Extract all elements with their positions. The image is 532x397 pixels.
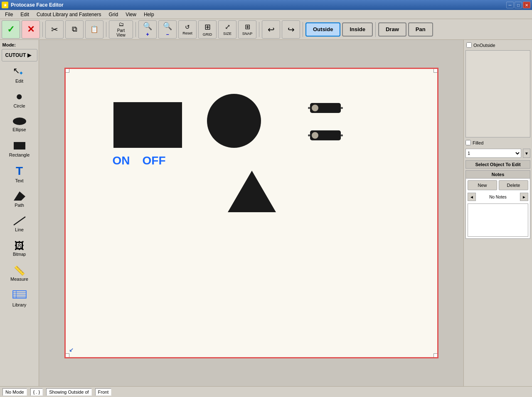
maximize-button[interactable]: □	[515, 2, 522, 8]
undo-icon: ↩	[268, 25, 275, 34]
shape-toggle-1[interactable]	[310, 103, 341, 113]
redo-icon: ↪	[288, 25, 295, 34]
drawing-canvas[interactable]: ON OFF ↙	[64, 68, 438, 358]
filled-checkbox[interactable]	[466, 140, 471, 145]
copy-button[interactable]: ⧉	[65, 20, 84, 39]
menu-file[interactable]: File	[2, 11, 16, 18]
filled-label: Filled	[473, 140, 483, 145]
shape-toggle-2[interactable]	[310, 130, 341, 140]
select-arrow[interactable]: ▼	[523, 149, 530, 158]
part-view-button[interactable]: 🗂 PartView	[109, 20, 133, 39]
tool-circle[interactable]: ● Circle	[2, 87, 37, 111]
shape-triangle[interactable]	[228, 171, 276, 212]
confirm-icon: ✓	[7, 24, 15, 35]
tool-ellipse[interactable]: Ellipse	[2, 112, 37, 136]
menu-edit[interactable]: Edit	[17, 11, 32, 18]
cancel-button[interactable]: ✕	[22, 20, 40, 39]
tool-bitmap[interactable]: 🖼 Bitmap	[2, 237, 37, 261]
tool-path[interactable]: Path	[2, 187, 37, 211]
panel-preview	[466, 50, 530, 137]
select-object-label: Select Object To Edit	[466, 160, 530, 169]
pan-button[interactable]: Pan	[408, 22, 433, 37]
tool-rectangle[interactable]: Rectangle	[2, 137, 37, 161]
right-panel: OnOutside Filled 1 ▼ Select Object To Ed…	[463, 40, 532, 386]
zoom-in-button[interactable]: 🔍 +	[138, 20, 157, 39]
notes-new-button[interactable]: New	[468, 180, 497, 190]
tool-edit[interactable]: ↖ ✦ Edit	[2, 62, 37, 86]
zoom-in-icon: 🔍	[143, 22, 152, 31]
status-showing: Showing Outside of	[46, 388, 91, 396]
shape-text-on[interactable]: ON	[113, 154, 130, 167]
tool-library[interactable]: Library	[2, 287, 37, 311]
toolbar-separator-5	[303, 22, 303, 37]
select-row: 1 ▼	[466, 148, 530, 159]
notes-delete-button[interactable]: Delete	[499, 180, 528, 190]
notes-no-notes-label: No Notes	[477, 195, 519, 199]
close-button[interactable]: ✕	[523, 2, 530, 8]
on-outside-checkbox[interactable]	[466, 42, 472, 48]
tool-edit-label: Edit	[15, 78, 23, 83]
menu-view[interactable]: View	[122, 11, 140, 18]
svg-marker-2	[14, 191, 25, 201]
statusbar: No Mode { . } Showing Outside of Front	[0, 386, 532, 397]
reset-button[interactable]: ↺ Reset	[178, 20, 197, 39]
tool-line-label: Line	[15, 227, 24, 232]
shape-circle[interactable]	[207, 94, 261, 148]
notes-header: Notes	[466, 171, 530, 179]
cut-icon: ✂	[51, 25, 58, 34]
outside-button[interactable]: Outside	[305, 22, 340, 37]
svg-line-3	[14, 217, 25, 225]
tool-library-label: Library	[12, 302, 27, 307]
minimize-button[interactable]: ─	[506, 2, 514, 8]
snap-label: SNAP	[242, 32, 253, 36]
notes-next-button[interactable]: ►	[520, 193, 528, 201]
tool-ellipse-label: Ellipse	[12, 127, 26, 132]
tool-measure-label: Measure	[10, 277, 28, 282]
tool-text[interactable]: T Text	[2, 162, 37, 186]
corner-tl	[65, 69, 69, 73]
undo-button[interactable]: ↩	[262, 20, 280, 39]
tool-line[interactable]: Line	[2, 212, 37, 236]
zoom-out-button[interactable]: 🔍 −	[158, 20, 177, 39]
notes-buttons: New Delete	[466, 179, 530, 192]
notes-textarea[interactable]	[468, 203, 528, 237]
paste-button[interactable]: 📋	[85, 20, 103, 39]
notes-navigation: ◄ No Notes ►	[466, 192, 530, 202]
cut-button[interactable]: ✂	[45, 20, 64, 39]
corner-br	[433, 353, 438, 358]
size-button[interactable]: ⤢ SIZE	[218, 20, 236, 39]
shape-rectangle[interactable]	[113, 102, 182, 148]
notes-prev-button[interactable]: ◄	[468, 193, 476, 201]
window-controls: ─ □ ✕	[506, 2, 530, 8]
snap-button[interactable]: ⊞ SNAP	[238, 20, 256, 39]
app-title: Protocase Face Editor	[11, 2, 64, 8]
menubar: File Edit Cutout Library and Fasteners G…	[0, 10, 532, 19]
canvas-area[interactable]: ON OFF ↙	[39, 40, 463, 386]
bitmap-icon: 🖼	[15, 241, 25, 251]
status-coords: { . }	[30, 388, 43, 396]
draw-button[interactable]: Draw	[378, 22, 406, 37]
toolbar-separator-4	[259, 22, 259, 37]
inside-button[interactable]: Inside	[342, 22, 373, 37]
tool-measure[interactable]: 📏 Measure	[2, 262, 37, 286]
shape-text-off[interactable]: OFF	[143, 154, 166, 167]
grid-button[interactable]: ⊞ GRID	[198, 20, 217, 39]
notes-section: Notes New Delete ◄ No Notes ►	[466, 170, 530, 239]
menu-help[interactable]: Help	[140, 11, 158, 18]
redo-button[interactable]: ↪	[282, 20, 300, 39]
mode-button[interactable]: CUTOUT ▶	[2, 49, 37, 61]
menu-cutout-library[interactable]: Cutout Library and Fasteners	[33, 11, 104, 18]
app-icon: ★	[2, 2, 8, 8]
corner-bl	[65, 353, 69, 358]
text-icon: T	[16, 165, 23, 177]
confirm-button[interactable]: ✓	[2, 20, 20, 39]
menu-grid[interactable]: Grid	[105, 11, 121, 18]
on-outside-row: OnOutside	[466, 42, 530, 49]
filled-row: Filled	[466, 139, 530, 146]
measure-icon: 📏	[14, 266, 25, 275]
reset-icon: ↺	[185, 24, 190, 30]
mode-value: CUTOUT ▶	[5, 52, 31, 58]
circle-icon: ●	[16, 91, 23, 102]
ellipse-icon	[12, 117, 27, 126]
layer-select[interactable]: 1	[466, 149, 521, 158]
